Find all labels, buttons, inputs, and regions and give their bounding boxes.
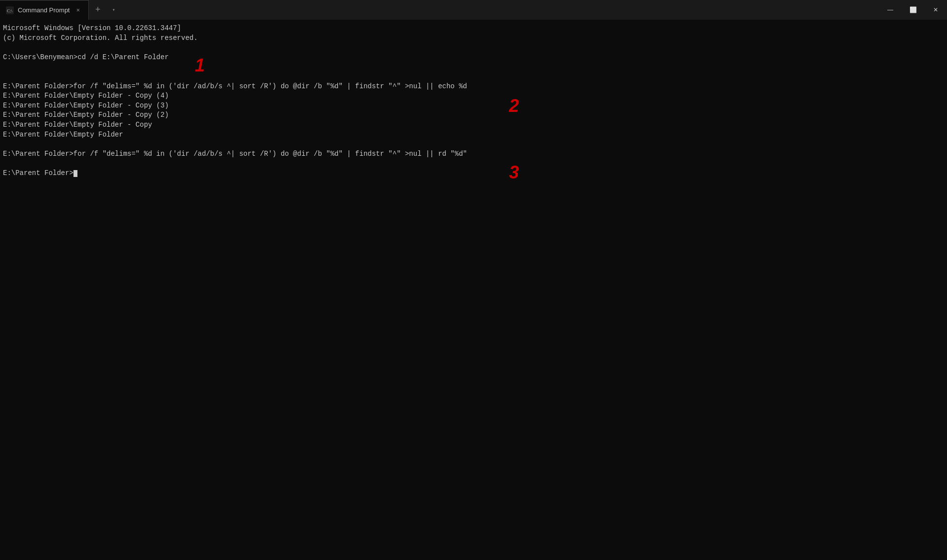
tab-label: Command Prompt: [18, 6, 70, 14]
minimize-button[interactable]: —: [879, 0, 902, 20]
terminal-line-3: C:\Users\Benymean>cd /d E:\Parent Folder: [3, 53, 944, 63]
cursor: [73, 170, 77, 177]
terminal-line-6: E:\Parent Folder>for /f "delims=" %d in …: [3, 82, 944, 92]
terminal-line-11: E:\Parent Folder\Empty Folder: [3, 130, 944, 140]
terminal-line-13: E:\Parent Folder>for /f "delims=" %d in …: [3, 149, 944, 159]
terminal-line-7: E:\Parent Folder\Empty Folder - Copy (4): [3, 91, 944, 101]
tab-area: C:\ Command Prompt ✕ + ▾: [0, 0, 879, 20]
terminal-line-0: Microsoft Windows [Version 10.0.22631.34…: [3, 24, 944, 34]
terminal-line-14: [3, 159, 944, 169]
terminal-line-5: [3, 72, 944, 82]
terminal-line-4: [3, 62, 944, 72]
terminal-window: C:\ Command Prompt ✕ + ▾ — ⬜ ✕ Microsoft…: [0, 0, 947, 560]
window-controls: — ⬜ ✕: [879, 0, 947, 20]
terminal-line-15: E:\Parent Folder>: [3, 169, 944, 178]
titlebar: C:\ Command Prompt ✕ + ▾ — ⬜ ✕: [0, 0, 947, 20]
terminal-line-9: E:\Parent Folder\Empty Folder - Copy (2): [3, 110, 944, 120]
tab-command-prompt[interactable]: C:\ Command Prompt ✕: [0, 0, 89, 20]
terminal-line-2: [3, 43, 944, 53]
svg-text:C:\: C:\: [7, 8, 13, 13]
terminal-line-12: [3, 140, 944, 149]
terminal-line-1: (c) Microsoft Corporation. All rights re…: [3, 34, 944, 43]
cmd-icon: C:\: [6, 6, 14, 14]
close-button[interactable]: ✕: [924, 0, 947, 20]
terminal-line-8: E:\Parent Folder\Empty Folder - Copy (3): [3, 101, 944, 111]
terminal-line-10: E:\Parent Folder\Empty Folder - Copy: [3, 120, 944, 130]
terminal-body[interactable]: Microsoft Windows [Version 10.0.22631.34…: [0, 20, 947, 560]
tab-dropdown-button[interactable]: ▾: [107, 0, 120, 20]
maximize-button[interactable]: ⬜: [902, 0, 924, 20]
tab-close-button[interactable]: ✕: [73, 6, 82, 15]
new-tab-button[interactable]: +: [89, 0, 107, 20]
